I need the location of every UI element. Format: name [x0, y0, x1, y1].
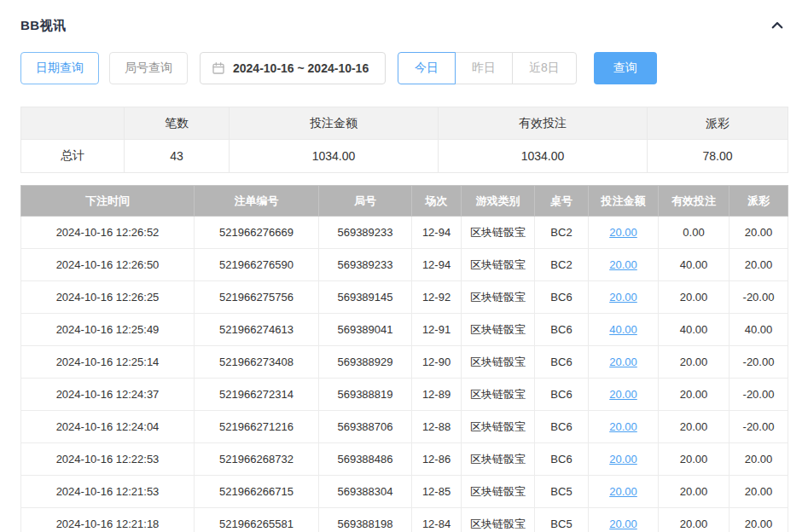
summary-total-label: 总计: [21, 140, 125, 173]
cell-table-no: BC6: [535, 346, 589, 379]
summary-header-count: 笔数: [125, 107, 230, 140]
summary-header-payout: 派彩: [648, 107, 788, 140]
cell-payout: -20.00: [730, 346, 788, 379]
col-header-session: 场次: [412, 186, 462, 217]
table-row: 2024-10-16 12:22:53 521966268732 5693884…: [21, 443, 788, 476]
col-header-bet-amount: 投注金额: [589, 186, 659, 217]
cell-game-type: 区块链骰宝: [462, 379, 535, 411]
cell-bet-no: 521966271216: [195, 411, 319, 443]
filter-toolbar: 日期查询 局号查询 2024-10-16 ~ 2024-10-16 今日 昨日 …: [20, 52, 788, 84]
bet-amount-link[interactable]: 20.00: [609, 356, 637, 368]
round-query-tab-button[interactable]: 局号查询: [109, 52, 188, 84]
cell-bet-amount: 20.00: [589, 476, 659, 508]
bet-amount-link[interactable]: 20.00: [609, 226, 637, 239]
cell-game-type: 区块链骰宝: [462, 443, 535, 476]
cell-bet-time: 2024-10-16 12:21:18: [21, 508, 195, 532]
cell-round-no: 569389145: [319, 281, 412, 314]
table-header-row: 下注时间 注单编号 局号 场次 游戏类别 桌号 投注金额 有效投注 派彩: [21, 186, 788, 217]
bet-amount-link[interactable]: 20.00: [609, 518, 637, 530]
panel-header: BB视讯: [20, 10, 788, 41]
cell-round-no: 569388706: [319, 411, 412, 443]
cell-round-no: 569389233: [319, 217, 412, 249]
bet-amount-link[interactable]: 20.00: [609, 291, 637, 304]
cell-table-no: BC6: [535, 314, 589, 346]
table-row: 2024-10-16 12:21:53 521966266715 5693883…: [21, 476, 788, 508]
cell-bet-amount: 20.00: [589, 281, 659, 314]
cell-valid-bet: 20.00: [659, 443, 730, 476]
col-header-game-type: 游戏类别: [462, 186, 535, 217]
cell-session: 12-94: [412, 249, 462, 281]
summary-header-bet-amount: 投注金额: [230, 107, 439, 140]
summary-header-valid-bet: 有效投注: [439, 107, 648, 140]
cell-table-no: BC6: [535, 411, 589, 443]
bet-records-table: 下注时间 注单编号 局号 场次 游戏类别 桌号 投注金额 有效投注 派彩 202…: [20, 185, 788, 532]
collapse-chevron-up-icon[interactable]: [767, 15, 788, 36]
table-row: 2024-10-16 12:26:50 521966276590 5693892…: [21, 249, 788, 281]
cell-bet-amount: 20.00: [589, 346, 659, 379]
cell-session: 12-91: [412, 314, 462, 346]
quick-range-last-8-days-button[interactable]: 近8日: [512, 52, 577, 84]
date-query-tab-button[interactable]: 日期查询: [20, 52, 99, 84]
bet-amount-link[interactable]: 20.00: [609, 388, 637, 401]
bet-amount-link[interactable]: 20.00: [609, 485, 637, 498]
page-title: BB视讯: [20, 18, 67, 34]
cell-bet-time: 2024-10-16 12:25:14: [21, 346, 195, 379]
cell-bet-amount: 20.00: [589, 411, 659, 443]
bet-amount-link[interactable]: 20.00: [609, 420, 637, 433]
cell-payout: -20.00: [730, 411, 788, 443]
cell-table-no: BC6: [535, 443, 589, 476]
search-button[interactable]: 查询: [594, 52, 657, 84]
summary-header-row: 笔数 投注金额 有效投注 派彩: [21, 107, 788, 140]
cell-bet-no: 521966273408: [195, 346, 319, 379]
cell-table-no: BC6: [535, 379, 589, 411]
cell-game-type: 区块链骰宝: [462, 508, 535, 532]
date-range-input[interactable]: 2024-10-16 ~ 2024-10-16: [200, 52, 386, 84]
cell-valid-bet: 40.00: [659, 249, 730, 281]
calendar-icon: [212, 61, 225, 75]
cell-bet-amount: 20.00: [589, 249, 659, 281]
cell-round-no: 569389041: [319, 314, 412, 346]
summary-header-blank: [21, 107, 125, 140]
col-header-bet-time: 下注时间: [21, 186, 195, 217]
cell-session: 12-86: [412, 443, 462, 476]
cell-payout: -20.00: [730, 379, 788, 411]
cell-bet-no: 521966266715: [195, 476, 319, 508]
bet-amount-link[interactable]: 20.00: [609, 258, 637, 271]
cell-bet-amount: 20.00: [589, 217, 659, 249]
cell-valid-bet: 20.00: [659, 281, 730, 314]
cell-bet-time: 2024-10-16 12:24:37: [21, 379, 195, 411]
cell-session: 12-94: [412, 217, 462, 249]
cell-bet-amount: 20.00: [589, 508, 659, 532]
bet-records-panel: BB视讯 日期查询 局号查询 2024-10-16 ~ 2024-10-16 今…: [0, 0, 808, 532]
table-row: 2024-10-16 12:24:37 521966272314 5693888…: [21, 379, 788, 411]
cell-session: 12-85: [412, 476, 462, 508]
cell-game-type: 区块链骰宝: [462, 411, 535, 443]
summary-table: 笔数 投注金额 有效投注 派彩 总计 43 1034.00 1034.00 78…: [20, 107, 788, 173]
cell-round-no: 569389233: [319, 249, 412, 281]
cell-game-type: 区块链骰宝: [462, 346, 535, 379]
col-header-payout: 派彩: [730, 186, 788, 217]
cell-game-type: 区块链骰宝: [462, 281, 535, 314]
summary-total-bet-amount: 1034.00: [230, 140, 439, 173]
bet-amount-link[interactable]: 40.00: [609, 323, 637, 336]
table-row: 2024-10-16 12:26:25 521966275756 5693891…: [21, 281, 788, 314]
quick-range-yesterday-button[interactable]: 昨日: [455, 52, 513, 84]
cell-bet-amount: 40.00: [589, 314, 659, 346]
cell-round-no: 569388304: [319, 476, 412, 508]
cell-table-no: BC5: [535, 508, 589, 532]
cell-payout: 20.00: [730, 476, 788, 508]
bet-amount-link[interactable]: 20.00: [609, 453, 637, 466]
cell-round-no: 569388198: [319, 508, 412, 532]
quick-range-today-button[interactable]: 今日: [398, 52, 456, 84]
cell-valid-bet: 0.00: [659, 217, 730, 249]
col-header-valid-bet: 有效投注: [659, 186, 730, 217]
cell-valid-bet: 40.00: [659, 314, 730, 346]
table-row: 2024-10-16 12:21:18 521966265581 5693881…: [21, 508, 788, 532]
cell-round-no: 569388486: [319, 443, 412, 476]
cell-payout: 20.00: [730, 443, 788, 476]
cell-session: 12-88: [412, 411, 462, 443]
cell-session: 12-90: [412, 346, 462, 379]
cell-table-no: BC2: [535, 249, 589, 281]
cell-payout: 20.00: [730, 249, 788, 281]
cell-bet-time: 2024-10-16 12:22:53: [21, 443, 195, 476]
